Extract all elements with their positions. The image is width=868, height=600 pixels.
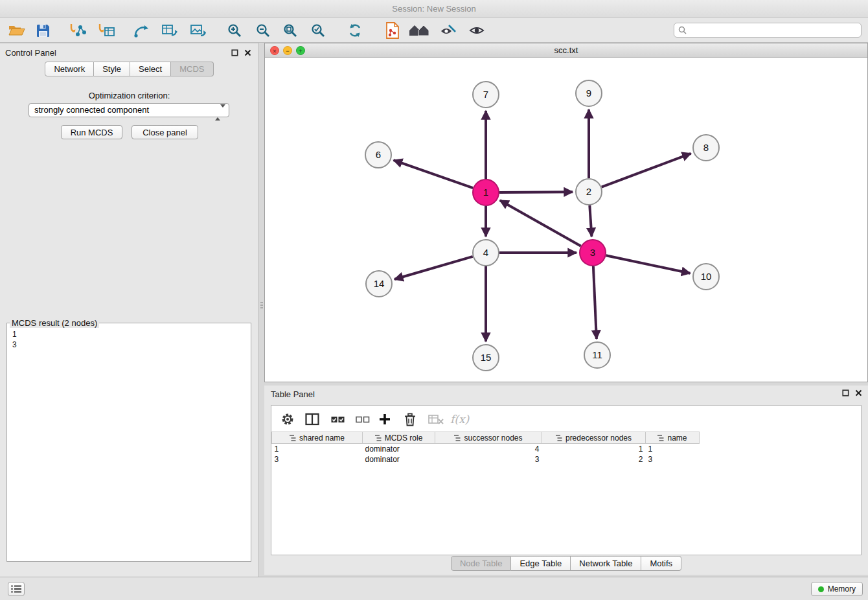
column-header-shared-name[interactable]: shared name xyxy=(272,432,363,444)
zoom-out-icon[interactable] xyxy=(251,20,275,41)
tab-mcds[interactable]: MCDS xyxy=(171,62,213,76)
graph-node[interactable]: 7 xyxy=(473,82,499,108)
optimization-criterion-label: Optimization criterion: xyxy=(0,91,258,100)
svg-text:11: 11 xyxy=(592,349,602,360)
minimize-window-icon[interactable]: − xyxy=(283,46,292,55)
close-window-icon[interactable]: × xyxy=(270,46,279,55)
graph-edge[interactable] xyxy=(606,255,691,273)
graph-node[interactable]: 4 xyxy=(473,240,499,266)
tab-select[interactable]: Select xyxy=(130,62,171,76)
graph-node[interactable]: 8 xyxy=(693,135,719,161)
delete-column-icon[interactable] xyxy=(404,411,417,428)
show-graphics-icon[interactable] xyxy=(465,20,488,41)
column-header-successor-nodes[interactable]: successor nodes xyxy=(435,432,542,444)
zoom-in-icon[interactable] xyxy=(223,20,246,41)
table-row[interactable]: 1 dominator 4 1 1 xyxy=(272,444,700,454)
graph-edge[interactable] xyxy=(593,266,597,339)
export-image-icon[interactable] xyxy=(187,20,210,41)
column-header-mcds-role[interactable]: MCDS role xyxy=(363,432,435,444)
maximize-window-icon[interactable]: + xyxy=(296,46,305,55)
tab-network-table[interactable]: Network Table xyxy=(571,556,641,571)
table-row[interactable]: 3 dominator 3 2 3 xyxy=(272,454,700,465)
import-network-icon[interactable] xyxy=(66,20,89,41)
optimization-criterion-value: strongly connected component xyxy=(34,105,149,115)
zoom-selected-icon[interactable] xyxy=(306,20,330,41)
graph-node[interactable]: 9 xyxy=(576,80,602,106)
svg-text:14: 14 xyxy=(374,278,385,289)
table-settings-icon[interactable] xyxy=(280,411,295,428)
save-session-icon[interactable] xyxy=(31,20,54,41)
table-panel-title: Table Panel xyxy=(271,389,315,399)
tab-node-table[interactable]: Node Table xyxy=(451,556,512,571)
graph-node[interactable]: 2 xyxy=(576,179,602,205)
control-panel-tabs: Network Style Select MCDS xyxy=(0,62,258,76)
float-panel-icon[interactable] xyxy=(230,49,239,58)
tab-network[interactable]: Network xyxy=(45,62,94,76)
function-builder-icon[interactable]: f(x) xyxy=(450,411,469,428)
network-window-titlebar: × − + scc.txt xyxy=(265,43,867,58)
application-window: Session: New Session xyxy=(0,0,868,600)
graph-edge[interactable] xyxy=(499,192,573,192)
open-file-icon[interactable] xyxy=(5,20,29,41)
graph-node[interactable]: 6 xyxy=(365,142,391,168)
select-all-columns-icon[interactable] xyxy=(331,411,345,428)
network-file-icon[interactable] xyxy=(381,20,404,41)
svg-text:15: 15 xyxy=(481,352,492,363)
window-title: Session: New Session xyxy=(392,4,475,14)
close-table-panel-icon[interactable] xyxy=(854,389,863,398)
mcds-result-value: 3 xyxy=(7,340,251,350)
window-titlebar: Session: New Session xyxy=(0,0,868,18)
graph-node[interactable]: 3 xyxy=(580,240,606,266)
svg-text:2: 2 xyxy=(586,186,591,197)
style-visibility-icon[interactable] xyxy=(437,20,460,41)
deselect-all-columns-icon[interactable] xyxy=(356,411,370,428)
search-box[interactable] xyxy=(674,23,862,38)
tab-style[interactable]: Style xyxy=(94,62,130,76)
network-from-selection-icon[interactable] xyxy=(130,20,153,41)
zoom-fit-icon[interactable] xyxy=(279,20,302,41)
graph-edge[interactable] xyxy=(394,257,473,279)
import-table-icon[interactable] xyxy=(95,20,118,41)
show-columns-icon[interactable] xyxy=(305,411,319,428)
graph-node[interactable]: 11 xyxy=(584,342,610,368)
new-network-table-icon[interactable] xyxy=(158,20,181,41)
node-table-container: f(x) shared name MCDS role successor nod… xyxy=(271,405,862,555)
control-panel-header: Control Panel xyxy=(0,43,258,62)
create-column-icon[interactable] xyxy=(379,411,391,428)
table-panel-tabs: Node Table Edge Table Network Table Moti… xyxy=(264,556,868,571)
svg-text:1: 1 xyxy=(483,187,488,198)
graph-edge[interactable] xyxy=(589,205,591,237)
graph-edge[interactable] xyxy=(394,160,474,188)
tab-motifs[interactable]: Motifs xyxy=(641,556,681,571)
column-header-predecessor-nodes[interactable]: predecessor nodes xyxy=(542,432,646,444)
svg-text:8: 8 xyxy=(703,142,709,153)
mcds-result-value: 1 xyxy=(7,328,251,340)
memory-button[interactable]: Memory xyxy=(811,582,863,596)
network-canvas[interactable]: 7968124314101511 xyxy=(265,58,867,381)
graph-node[interactable]: 10 xyxy=(693,264,719,290)
column-header-name[interactable]: name xyxy=(646,432,700,444)
float-table-panel-icon[interactable] xyxy=(841,389,850,398)
column-sort-icon xyxy=(556,435,563,441)
mcds-result-box: MCDS result (2 nodes) 1 3 xyxy=(6,318,251,562)
apply-layout-icon[interactable] xyxy=(343,20,367,41)
graph-node[interactable]: 14 xyxy=(366,271,392,297)
delete-table-icon[interactable] xyxy=(428,411,444,428)
graph-edge[interactable] xyxy=(500,200,581,246)
panel-splitter-handle[interactable] xyxy=(260,302,263,312)
graph-node[interactable]: 1 xyxy=(473,179,499,205)
tab-edge-table[interactable]: Edge Table xyxy=(511,556,571,571)
graph-edge[interactable] xyxy=(602,154,691,187)
memory-status-icon xyxy=(818,586,824,592)
column-sort-icon xyxy=(657,435,665,441)
svg-text:10: 10 xyxy=(701,271,712,282)
close-panel-button[interactable]: Close panel xyxy=(131,125,198,139)
graph-node[interactable]: 15 xyxy=(473,345,499,371)
close-panel-icon[interactable] xyxy=(243,49,252,58)
run-mcds-button[interactable]: Run MCDS xyxy=(61,125,122,139)
search-input[interactable] xyxy=(689,26,861,35)
control-panel: Control Panel Network Style Select MCDS … xyxy=(0,43,259,577)
home-view-icon[interactable] xyxy=(408,20,431,41)
show-panel-list-icon[interactable] xyxy=(8,582,25,596)
optimization-criterion-select[interactable]: strongly connected component xyxy=(29,103,229,117)
